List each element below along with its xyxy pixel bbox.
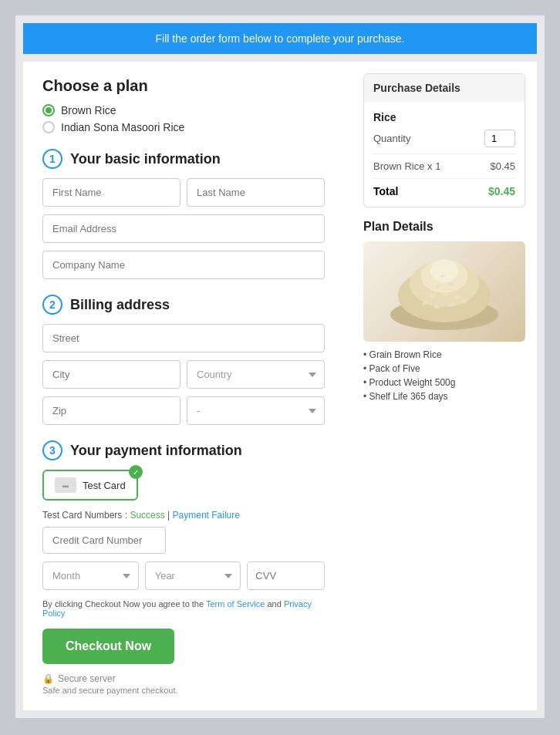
- country-select[interactable]: Country United States United Kingdom Ind…: [187, 360, 325, 389]
- divider-1: [373, 153, 515, 154]
- company-input[interactable]: [42, 251, 325, 279]
- basic-info-header: 1 Your basic information: [42, 149, 325, 169]
- zip-state-row: - AL CA NY: [42, 396, 325, 425]
- credit-card-input[interactable]: [42, 527, 166, 554]
- rice-image: [363, 241, 525, 342]
- zip-input[interactable]: [42, 396, 180, 425]
- terms-text-middle: and: [267, 599, 283, 609]
- plan-option-sona-masoori[interactable]: Indian Sona Masoori Rice: [42, 121, 325, 133]
- plan-details-title: Plan Details: [363, 220, 525, 234]
- feature-3: Product Weight 500g: [363, 377, 525, 388]
- plan-option-brown-rice[interactable]: Brown Rice: [42, 104, 325, 116]
- choose-plan-section: Choose a plan Brown Rice Indian Sona Mas…: [42, 77, 325, 133]
- feature-1: Grain Brown Rice: [363, 349, 525, 360]
- right-panel: Purchase Details Rice Quantity Brown Ric…: [352, 62, 537, 710]
- purchase-details-box: Purchase Details Rice Quantity Brown Ric…: [363, 73, 525, 207]
- city-country-row: Country United States United Kingdom Ind…: [42, 360, 325, 389]
- street-input[interactable]: [42, 324, 325, 352]
- choose-plan-title: Choose a plan: [42, 77, 325, 95]
- radio-brown-rice[interactable]: [42, 104, 55, 116]
- billing-header: 2 Billing address: [42, 295, 325, 315]
- plan-features: Grain Brown Rice Pack of Five Product We…: [363, 349, 525, 402]
- section-number-1: 1: [42, 149, 62, 169]
- name-row: [42, 178, 325, 207]
- street-row: [42, 324, 325, 352]
- item-price-row: Brown Rice x 1 $0.45: [373, 160, 515, 172]
- purchase-category: Rice: [373, 111, 515, 123]
- total-label: Total: [373, 185, 398, 197]
- total-row: Total $0.45: [373, 185, 515, 197]
- quantity-row: Quantity: [373, 130, 515, 147]
- secure-sub: Safe and secure payment checkout.: [42, 686, 325, 695]
- checkout-button[interactable]: Checkout Now: [42, 629, 174, 664]
- checkmark-badge: ✓: [129, 465, 143, 479]
- year-select[interactable]: Year 2024 2025 2026 2027 2028: [145, 561, 241, 590]
- item-label: Brown Rice x 1: [373, 160, 440, 172]
- secure-label: Secure server: [58, 673, 116, 684]
- success-link[interactable]: Success: [130, 510, 164, 521]
- page-wrapper: Fill the order form below to complete yo…: [15, 15, 545, 718]
- test-card-label: Test Card Numbers :: [42, 510, 127, 521]
- lock-icon: 🔒: [42, 673, 54, 684]
- company-row: [42, 251, 325, 279]
- card-icon: [55, 477, 76, 493]
- payment-header: 3 Your payment information: [42, 440, 325, 460]
- quantity-label: Quantity: [373, 133, 410, 144]
- plan-label-sona-masoori: Indian Sona Masoori Rice: [61, 121, 184, 133]
- cvv-input[interactable]: [248, 563, 325, 588]
- cvv-wrap: ⊟: [247, 561, 325, 590]
- feature-2: Pack of Five: [363, 363, 525, 374]
- tos-link[interactable]: Term of Service: [206, 599, 265, 609]
- state-select[interactable]: - AL CA NY: [187, 396, 325, 425]
- card-option-label: Test Card: [83, 480, 126, 491]
- terms-text-before: By clicking Checkout Now you agree to th…: [42, 599, 206, 609]
- plan-label-brown-rice: Brown Rice: [61, 104, 116, 116]
- section-number-2: 2: [42, 295, 62, 315]
- svg-point-4: [430, 259, 458, 282]
- failure-link[interactable]: Payment Failure: [173, 510, 240, 521]
- month-select[interactable]: Month 01 02 03 04 05 06 07 08 09 10 11 1…: [42, 561, 139, 590]
- item-price: $0.45: [490, 160, 515, 172]
- last-name-input[interactable]: [187, 178, 325, 207]
- section-label-1: Your basic information: [70, 151, 221, 167]
- first-name-input[interactable]: [42, 178, 180, 207]
- plan-details-section: Plan Details: [363, 220, 525, 402]
- expiry-row: Month 01 02 03 04 05 06 07 08 09 10 11 1…: [42, 561, 325, 590]
- section-label-3: Your payment information: [70, 443, 242, 459]
- email-row: [42, 214, 325, 243]
- terms-text: By clicking Checkout Now you agree to th…: [42, 599, 325, 618]
- section-number-3: 3: [42, 440, 62, 460]
- test-card-numbers: Test Card Numbers : Success | Payment Fa…: [42, 510, 325, 521]
- section-label-2: Billing address: [70, 297, 170, 313]
- quantity-input[interactable]: [484, 130, 515, 147]
- top-banner: Fill the order form below to complete yo…: [23, 23, 537, 54]
- email-input[interactable]: [42, 214, 325, 243]
- city-input[interactable]: [42, 360, 180, 389]
- secure-info: 🔒 Secure server: [42, 673, 325, 684]
- radio-sona-masoori[interactable]: [42, 121, 55, 133]
- left-panel: Choose a plan Brown Rice Indian Sona Mas…: [23, 62, 344, 710]
- purchase-details-title: Purchase Details: [364, 74, 525, 102]
- total-price: $0.45: [488, 185, 515, 197]
- divider-2: [373, 178, 515, 179]
- banner-text: Fill the order form below to complete yo…: [156, 32, 405, 45]
- feature-4: Shelf Life 365 days: [363, 391, 525, 402]
- rice-pile-svg: [383, 249, 506, 334]
- main-content: Choose a plan Brown Rice Indian Sona Mas…: [23, 62, 537, 710]
- test-card-option[interactable]: Test Card ✓: [42, 470, 138, 501]
